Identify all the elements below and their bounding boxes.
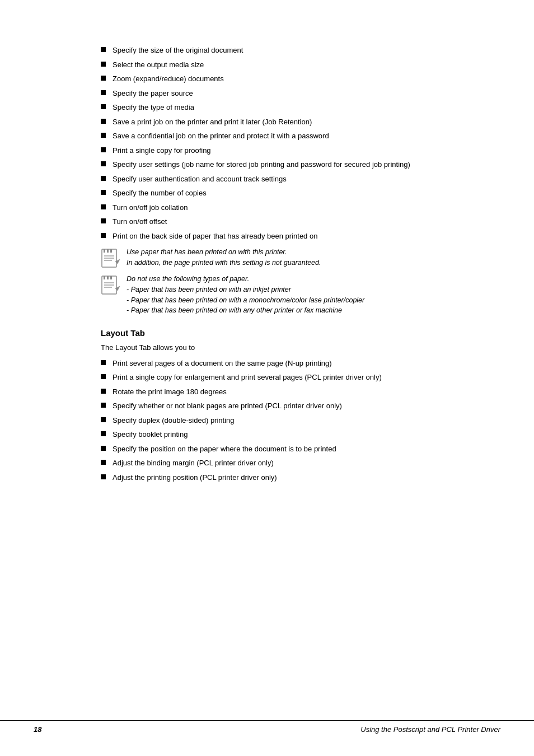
bullet-icon [101, 474, 106, 479]
bullet-icon [101, 460, 106, 465]
bullet-icon [101, 119, 106, 124]
note-icon-1 [101, 248, 121, 268]
bullet-icon [101, 62, 106, 67]
svg-rect-8 [104, 276, 105, 279]
list-item: Specify user authentication and account … [101, 174, 467, 185]
list-item: Rotate the print image 180 degrees [101, 386, 467, 398]
layout-bullet-list: Print several pages of a document on the… [101, 358, 467, 483]
note-block-1: Use paper that has been printed on with … [101, 247, 467, 268]
page: Specify the size of the original documen… [0, 0, 534, 756]
list-item: Specify booklet printing [101, 429, 467, 440]
list-item: Specify the type of media [101, 102, 467, 113]
bullet-icon [101, 431, 106, 436]
svg-rect-1 [104, 249, 105, 253]
bullet-icon [101, 446, 106, 451]
list-item: Specify duplex (double-sided) printing [101, 415, 467, 426]
footer: 18 Using the Postscript and PCL Printer … [0, 720, 534, 734]
bullet-icon [101, 76, 106, 81]
layout-tab-intro: The Layout Tab allows you to [101, 342, 467, 353]
bullet-icon [101, 90, 106, 95]
bullet-icon [101, 204, 106, 209]
bullet-icon [101, 104, 106, 109]
svg-rect-2 [107, 249, 109, 253]
bullet-icon [101, 176, 106, 181]
bullet-icon [101, 360, 106, 365]
list-item: Print several pages of a document on the… [101, 358, 467, 369]
list-item: Select the output media size [101, 59, 467, 71]
list-item: Save a confidential job on the printer a… [101, 130, 467, 142]
bullet-icon [101, 133, 106, 138]
list-item: Print a single copy for proofing [101, 145, 467, 156]
list-item: Adjust the binding margin (PCL printer d… [101, 458, 467, 469]
layout-tab-heading: Layout Tab [101, 328, 467, 338]
list-item: Specify the paper source [101, 88, 467, 99]
list-item: Specify whether or not blank pages are p… [101, 400, 467, 412]
bullet-icon [101, 403, 106, 408]
note-2-text: Do not use the following types of paper.… [127, 274, 364, 316]
list-item: Print on the back side of paper that has… [101, 231, 467, 242]
note-block-2: Do not use the following types of paper.… [101, 274, 467, 316]
list-item: Specify user settings (job name for stor… [101, 159, 467, 170]
list-item: Turn on/off job collation [101, 202, 467, 213]
bullet-icon [101, 147, 106, 152]
list-item: Specify the position on the paper where … [101, 444, 467, 455]
bullet-icon [101, 374, 106, 379]
list-item: Adjust the printing position (PCL printe… [101, 472, 467, 483]
bullet-icon [101, 389, 106, 394]
footer-page-number: 18 [34, 725, 41, 734]
note-1-text: Use paper that has been printed on with … [127, 247, 321, 268]
bullet-icon [101, 417, 106, 422]
list-item: Save a print job on the printer and prin… [101, 116, 467, 128]
bullet-icon [101, 218, 106, 223]
top-bullet-list: Specify the size of the original documen… [101, 45, 467, 241]
svg-rect-3 [110, 249, 112, 253]
list-item: Turn on/off offset [101, 216, 467, 227]
bullet-icon [101, 190, 106, 195]
bullet-icon [101, 47, 106, 52]
list-item: Specify the number of copies [101, 188, 467, 199]
svg-rect-10 [110, 276, 112, 279]
bullet-icon [101, 161, 106, 166]
bullet-icon [101, 233, 106, 238]
list-item: Print a single copy for enlargement and … [101, 372, 467, 383]
list-item: Specify the size of the original documen… [101, 45, 467, 56]
footer-title: Using the Postscript and PCL Printer Dri… [360, 725, 500, 734]
list-item: Zoom (expand/reduce) documents [101, 73, 467, 85]
note-icon-2 [101, 275, 121, 295]
svg-rect-9 [107, 276, 109, 279]
